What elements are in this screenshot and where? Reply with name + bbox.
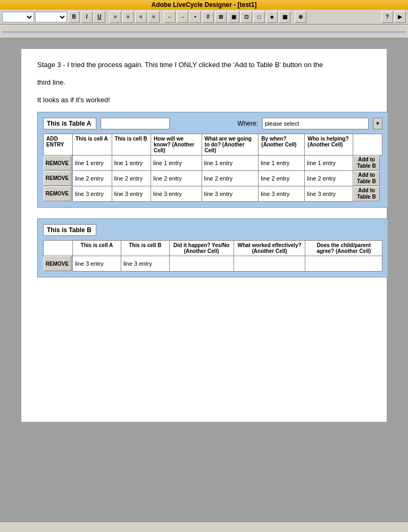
add-to-table-b-button-1[interactable]: Add to Table B [353, 155, 380, 170]
tb-col-remove [44, 241, 73, 256]
cell-know-3 [151, 186, 202, 202]
cell-b-3 [112, 186, 151, 202]
cell-do-3-input[interactable] [202, 186, 259, 201]
cell-know-3-input[interactable] [151, 186, 201, 201]
col-add-to-b [353, 134, 382, 155]
preview-button[interactable]: ▶ [394, 11, 406, 23]
add-to-b-cell-3: Add to Table B [353, 186, 382, 202]
tb-col-effective: What worked effectively? (Another Cell) [234, 241, 305, 256]
insert-table-button[interactable]: ⊞ [215, 11, 227, 23]
main-content: Stage 3 - I tried the process again. Thi… [0, 38, 408, 522]
tb-cell-a-1 [73, 256, 121, 272]
cell-when-1-input[interactable] [259, 155, 304, 170]
help-button[interactable]: ? [381, 11, 393, 23]
table-row: REMOVE [44, 186, 382, 202]
tb-remove-button-1[interactable]: REMOVE [44, 256, 71, 271]
tb-cell-effective-1-input[interactable] [234, 256, 305, 271]
tb-cell-happen-1 [169, 256, 234, 272]
col-who-helping: Who is helping? (Another Cell) [305, 134, 353, 155]
table-row: REMOVE [44, 256, 382, 272]
toolbar: B I U ≡ ≡ ≡ ≡ ← → • # ⊞ ▣ ⊡ □ ■ ▦ ⊕ ? ▶ [0, 10, 408, 24]
align-right-button[interactable]: ≡ [135, 11, 147, 23]
cell-when-2 [259, 171, 305, 186]
add-to-table-b-button-3[interactable]: Add to Table B [353, 186, 380, 201]
tb-cell-happen-1-input[interactable] [170, 256, 234, 271]
indent-right-button[interactable]: → [177, 11, 188, 23]
insert-image-button[interactable]: ▣ [228, 11, 239, 23]
title-bar: Adobe LiveCycle Designer - [test1] [0, 0, 408, 10]
font-family-select[interactable] [2, 12, 34, 22]
bold-button[interactable]: B [68, 11, 80, 23]
bullet-list-button[interactable]: • [189, 11, 201, 23]
insert-link-button[interactable]: ⊡ [240, 11, 252, 23]
cell-b-2 [112, 171, 151, 186]
chart-button[interactable]: ▦ [279, 11, 290, 23]
cell-who-3 [305, 186, 353, 202]
cell-do-3 [202, 186, 259, 202]
cell-a-3-input[interactable] [73, 186, 112, 201]
remove-button-3[interactable]: REMOVE [44, 186, 71, 201]
tb-cell-b-1-input[interactable] [121, 256, 169, 271]
tb-cell-agree-1-input[interactable] [305, 256, 382, 271]
underline-button[interactable]: U [94, 11, 105, 23]
where-select-arrow[interactable]: ▼ [373, 118, 382, 129]
cell-a-1-input[interactable] [73, 155, 112, 170]
table-row: REMOVE [44, 155, 382, 171]
bottom-bar [0, 521, 408, 532]
insert-object-button[interactable]: □ [253, 11, 265, 23]
col-know: How will we know? (Another Cell) [151, 134, 202, 155]
add-to-b-cell-1: Add to Table B [353, 155, 382, 171]
col-cell-b: This is cell B [112, 134, 151, 155]
cell-b-1-input[interactable] [112, 155, 151, 170]
table-a-container: This is Table A Where: please select ▼ A… [37, 112, 388, 208]
add-to-table-b-button-2[interactable]: Add to Table B [353, 171, 380, 186]
font-size-select[interactable] [35, 12, 67, 22]
cell-know-1-input[interactable] [151, 155, 201, 170]
where-select-input[interactable]: please select [262, 118, 369, 129]
remove-button-1[interactable]: REMOVE [44, 155, 71, 170]
cell-who-2 [305, 171, 353, 186]
cell-who-3-input[interactable] [305, 186, 353, 201]
remove-cell-2: REMOVE [44, 171, 73, 186]
cell-know-2 [151, 171, 202, 186]
tb-cell-agree-1 [305, 256, 382, 272]
cell-know-1 [151, 155, 202, 171]
cell-when-3-input[interactable] [259, 186, 304, 201]
cell-who-1 [305, 155, 353, 171]
toolbar2 [0, 24, 408, 38]
table-a-name-input[interactable] [101, 118, 170, 129]
format-button[interactable]: ■ [266, 11, 278, 23]
italic-button[interactable]: I [81, 11, 93, 23]
add-to-b-cell-2: Add to Table B [353, 171, 382, 186]
align-center-button[interactable]: ≡ [122, 11, 134, 23]
indent-left-button[interactable]: ← [164, 11, 176, 23]
cell-a-1 [73, 155, 112, 171]
tb-col-happen: Did it happen? Yes/No (Another Cell) [169, 241, 234, 256]
cell-who-1-input[interactable] [305, 155, 353, 170]
number-list-button[interactable]: # [202, 11, 214, 23]
cell-do-1-input[interactable] [202, 155, 259, 170]
cell-b-1 [112, 155, 151, 171]
cell-a-2-input[interactable] [73, 171, 112, 186]
cell-b-3-input[interactable] [112, 186, 151, 201]
where-label: Where: [237, 120, 258, 127]
remove-button-2[interactable]: REMOVE [44, 171, 71, 186]
align-justify-button[interactable]: ≡ [148, 11, 160, 23]
tb-cell-b-1 [121, 256, 169, 272]
cell-do-2-input[interactable] [202, 171, 259, 186]
table-a-title: This is Table A [43, 118, 96, 129]
table-row: REMOVE [44, 171, 382, 186]
tb-cell-a-1-input[interactable] [73, 256, 121, 271]
align-left-button[interactable]: ≡ [110, 11, 121, 23]
table-b-header: This is Table B [43, 224, 382, 236]
cell-who-2-input[interactable] [305, 171, 353, 186]
cell-when-2-input[interactable] [259, 171, 304, 186]
cell-know-2-input[interactable] [151, 171, 201, 186]
cell-b-2-input[interactable] [112, 171, 151, 186]
title-text: Adobe LiveCycle Designer - [test1] [151, 1, 256, 9]
intro-line3: It looks as if it's worked! [37, 95, 371, 106]
intro-line1: Stage 3 - I tried the process again. Thi… [37, 60, 371, 71]
cell-when-1 [259, 155, 305, 171]
zoom-button[interactable]: ⊕ [295, 11, 306, 23]
tb-col-agree: Does the child/parent agree? (Another Ce… [305, 241, 382, 256]
